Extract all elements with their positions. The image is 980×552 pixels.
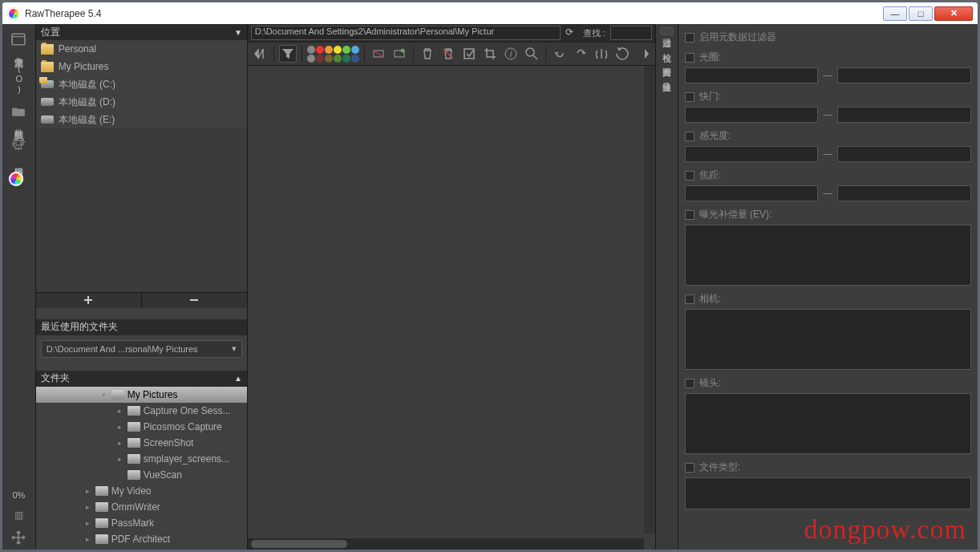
camera-list[interactable] (685, 309, 971, 370)
range-min-input[interactable] (685, 146, 819, 162)
titlebar[interactable]: RawTherapee 5.4 — □ ✕ (2, 2, 978, 24)
expander-icon[interactable]: ▸ (116, 423, 124, 431)
thumbnail-grid[interactable] (248, 66, 655, 550)
ev-list[interactable] (685, 225, 971, 286)
rotate-right-button[interactable] (572, 45, 589, 63)
location-row[interactable]: 本地磁盘 (D:) (36, 93, 247, 111)
filter-button[interactable] (279, 45, 297, 63)
reset-button[interactable] (614, 45, 631, 63)
tree-row[interactable]: ▸Picosmos Capture (36, 419, 247, 435)
color-swatch[interactable] (334, 46, 342, 54)
tree-row[interactable]: ▸PassMark (36, 515, 247, 531)
refresh-view-button[interactable] (460, 45, 478, 63)
path-input[interactable]: D:\Document And Settings2\Administrator\… (251, 26, 561, 40)
panel-toggle-icon[interactable]: ▥ (11, 508, 26, 522)
tab-adjust[interactable]: 图片调整 (661, 58, 673, 64)
horizontal-scrollbar[interactable] (248, 538, 644, 550)
expander-icon[interactable]: ▸ (84, 503, 92, 511)
range-min-input[interactable] (685, 67, 819, 83)
back-button[interactable] (251, 45, 269, 63)
collapse-icon[interactable]: ▲ (234, 374, 242, 383)
tree-row[interactable]: ▸ScreenShot (36, 435, 247, 451)
location-row[interactable]: 本地磁盘 (C:) (36, 75, 247, 93)
lens-list[interactable] (685, 393, 971, 454)
remove-location-button[interactable] (142, 293, 247, 308)
expander-icon[interactable]: ▸ (84, 487, 92, 495)
unrated-filter-button[interactable] (370, 45, 387, 63)
locations-header[interactable]: 位置▼ (36, 24, 247, 40)
color-swatch[interactable] (325, 46, 333, 54)
expander-icon[interactable]: ▸ (116, 439, 124, 447)
recent-header[interactable]: 最近使用的文件夹 (36, 319, 247, 335)
maximize-button[interactable]: □ (909, 6, 933, 21)
range-max-input[interactable] (837, 185, 971, 201)
tree-row[interactable]: ▸Capture One Sess... (36, 403, 247, 419)
close-button[interactable]: ✕ (934, 6, 973, 21)
tree-header[interactable]: 文件夹▲ (36, 371, 247, 387)
camera-checkbox[interactable] (685, 294, 695, 304)
mode-tab-editor[interactable]: 编辑器 (4, 155, 33, 167)
expander-icon[interactable]: ▸ (116, 455, 124, 463)
filetype-list[interactable] (685, 477, 971, 509)
color-swatch[interactable] (316, 55, 324, 63)
range-max-input[interactable] (837, 67, 971, 83)
tree-row[interactable]: ▸smplayer_screens... (36, 451, 247, 467)
range-max-input[interactable] (837, 146, 971, 162)
tree-row[interactable]: ▾My Pictures (36, 387, 247, 403)
expander-icon[interactable]: ▸ (116, 407, 124, 415)
color-swatch[interactable] (342, 46, 350, 54)
tree-row[interactable]: ▸My Video (36, 483, 247, 499)
color-swatch[interactable] (316, 46, 324, 54)
minimize-button[interactable]: — (883, 6, 907, 21)
mode-tab-logo[interactable] (4, 167, 33, 191)
tree-row[interactable]: ▸OmmWriter (36, 499, 247, 515)
crop-button[interactable] (481, 45, 499, 63)
range-checkbox[interactable] (685, 53, 695, 63)
recent-folder-combo[interactable]: D:\Document And ...rsonal\My Pictures▾ (41, 340, 242, 358)
refresh-icon[interactable]: ⟳ (565, 26, 578, 39)
edited-filter-button[interactable] (391, 45, 408, 63)
mode-tab-settings[interactable] (4, 131, 33, 155)
trash-button[interactable] (419, 45, 436, 63)
range-max-input[interactable] (837, 107, 971, 123)
folder-tree[interactable]: ▾My Pictures▸Capture One Sess...▸Picosmo… (36, 387, 247, 550)
collapse-icon[interactable]: ▼ (234, 28, 242, 37)
tree-row[interactable]: ▸PDF Architect (36, 531, 247, 547)
mode-tab-queue[interactable]: 批处理队列 (4, 99, 33, 131)
enable-metadata-filter-checkbox[interactable] (685, 33, 695, 43)
range-checkbox[interactable] (685, 132, 695, 141)
move-icon[interactable] (11, 530, 26, 545)
location-row[interactable]: 本地磁盘 (E:) (36, 111, 247, 128)
lens-checkbox[interactable] (685, 379, 695, 388)
range-min-input[interactable] (685, 185, 819, 201)
forward-button[interactable] (634, 45, 652, 63)
color-swatch[interactable] (307, 55, 315, 63)
mode-tab-file-browser[interactable]: 文件浏览 (O) (4, 27, 33, 99)
find-input[interactable] (610, 26, 652, 40)
color-swatch[interactable] (307, 46, 315, 54)
filetype-checkbox[interactable] (685, 463, 695, 473)
range-checkbox[interactable] (685, 92, 695, 102)
tree-row[interactable]: VueScan (36, 467, 247, 483)
add-location-button[interactable] (36, 293, 142, 308)
tab-export[interactable]: 快速导出 (661, 72, 673, 79)
expander-icon[interactable]: ▸ (84, 535, 92, 543)
ev-checkbox[interactable] (685, 210, 695, 220)
color-swatch[interactable] (351, 46, 359, 54)
color-label-swatches[interactable] (307, 46, 359, 63)
color-swatch[interactable] (351, 55, 359, 63)
zoom-button[interactable] (523, 45, 541, 63)
color-swatch[interactable] (342, 55, 350, 63)
tab-filter[interactable]: 过滤器 (660, 27, 674, 35)
info-button[interactable]: i (502, 45, 520, 63)
range-min-input[interactable] (685, 107, 819, 123)
expander-icon[interactable]: ▸ (84, 519, 92, 527)
tab-inspect[interactable]: 检视 (661, 43, 673, 50)
color-swatch[interactable] (325, 55, 333, 63)
color-swatch[interactable] (334, 55, 342, 63)
location-row[interactable]: Personal (36, 40, 247, 58)
location-row[interactable]: My Pictures (36, 58, 247, 75)
range-checkbox[interactable] (685, 171, 695, 181)
expander-icon[interactable]: ▾ (100, 391, 108, 399)
vertical-scrollbar[interactable] (644, 66, 655, 534)
